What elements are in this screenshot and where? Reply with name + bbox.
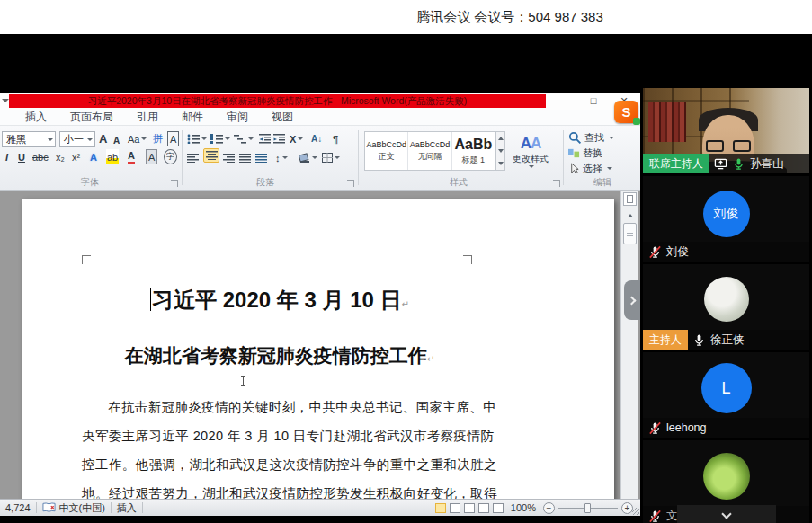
quick-access-overflow-icon[interactable] — [2, 99, 9, 102]
style-gallery-more-icon[interactable] — [498, 162, 504, 165]
character-border-button[interactable]: A — [167, 131, 179, 146]
word-count[interactable]: 4,724 — [5, 502, 31, 513]
font-name-combo[interactable]: 雅黑 — [2, 131, 56, 147]
avatar: L — [701, 363, 752, 413]
participant-tile[interactable]: 文涛 — [643, 440, 809, 523]
participant-tile[interactable]: 主持人 徐正侠 — [643, 264, 809, 350]
numbering-button[interactable] — [210, 131, 230, 146]
doc-body-line[interactable]: 控工作。他强调，湖北和武汉是这次疫情防控斗争的重中之重和决胜之 — [82, 457, 477, 474]
language-indicator[interactable]: 中文(中国) — [59, 501, 105, 515]
sogou-ime-icon[interactable]: S — [614, 101, 638, 123]
tab-page-layout[interactable]: 页面布局 — [70, 110, 113, 125]
character-shading-button[interactable]: A — [146, 149, 157, 164]
align-left-button[interactable] — [187, 150, 199, 165]
scroll-up-icon[interactable] — [623, 210, 637, 221]
italic-button[interactable]: I — [5, 149, 8, 164]
underline-button[interactable]: U — [18, 149, 25, 164]
grow-font-button[interactable]: A — [99, 131, 107, 146]
word-title-bar: 习近平2020年3月10日在湖北省考察新冠肺炎疫情防控工作 - Microsof… — [0, 93, 640, 110]
view-web-layout-icon[interactable] — [464, 503, 475, 513]
doc-body-line[interactable]: 在抗击新冠肺炎疫情的关键时刻，中共中央总书记、国家主席、中 — [82, 399, 477, 416]
shading-button[interactable] — [299, 150, 317, 165]
font-size-combo[interactable]: 小一 — [59, 131, 95, 147]
browse-object-button[interactable] — [623, 192, 637, 206]
change-styles-icon: AA — [521, 137, 541, 151]
tab-view[interactable]: 视图 — [272, 110, 293, 125]
show-marks-button[interactable]: ¶ — [333, 131, 338, 146]
shrink-font-button[interactable]: A — [113, 133, 120, 148]
doc-body-line[interactable]: 地。经过艰苦努力，湖北和武汉疫情防控形势发生积极向好变化，取得 — [82, 485, 477, 499]
maximize-button[interactable]: □ — [584, 93, 602, 108]
strikethrough-button[interactable]: abc — [32, 149, 49, 164]
tab-mailings[interactable]: 邮件 — [182, 110, 203, 125]
align-center-button[interactable] — [203, 148, 219, 163]
zoom-slider[interactable] — [558, 502, 618, 514]
zoom-slider-thumb[interactable] — [584, 503, 591, 513]
tab-insert[interactable]: 插入 — [25, 110, 47, 125]
style-scroll-down-icon[interactable] — [498, 149, 504, 153]
participant-tile[interactable]: L leehong — [643, 352, 809, 438]
style-normal[interactable]: AaBbCcDd 正文 — [365, 132, 408, 170]
align-right-button[interactable] — [223, 150, 235, 165]
document-area: 习近平 2020 年 3 月 10 日↵ 在湖北省考察新冠肺炎疫情防控工作↵ 在… — [0, 191, 640, 499]
replace-button[interactable]: 替换 — [568, 146, 602, 160]
text-effects-button[interactable]: A — [90, 149, 97, 164]
line-spacing-button[interactable]: ↕ — [275, 150, 288, 165]
proofing-icon[interactable] — [42, 502, 56, 513]
phonetic-guide-button[interactable]: 拼 — [153, 131, 163, 146]
avatar — [703, 453, 750, 500]
insert-mode-indicator[interactable]: 插入 — [117, 501, 137, 515]
view-draft-icon[interactable] — [493, 503, 504, 513]
style-heading1[interactable]: AaBb 标题 1 — [452, 132, 495, 170]
font-dialog-launcher[interactable] — [171, 180, 178, 187]
zoom-level[interactable]: 100% — [511, 502, 536, 513]
mic-muted-icon — [648, 421, 662, 435]
participant-name-bar: leehong — [643, 418, 809, 438]
document-page[interactable]: 习近平 2020 年 3 月 10 日↵ 在湖北省考察新冠肺炎疫情防控工作↵ 在… — [22, 199, 614, 499]
find-button[interactable]: 查找 — [568, 130, 614, 145]
collapse-panel-button[interactable] — [677, 505, 776, 523]
doc-body-line[interactable]: 央军委主席习近平 2020 年 3 月 10 日专门赴湖北省武汉市考察疫情防 — [82, 428, 477, 445]
borders-button[interactable] — [322, 150, 340, 165]
window-title-highlight: 习近平2020年3月10日在湖北省考察新冠肺炎疫情防控工作 - Microsof… — [9, 94, 546, 108]
text-boundary-mark — [82, 255, 91, 264]
sidebar-collapse-handle[interactable] — [624, 280, 640, 320]
styles-dialog-launcher[interactable] — [553, 180, 560, 187]
multilevel-list-button[interactable] — [234, 131, 254, 146]
select-button[interactable]: 选择 — [568, 161, 612, 175]
distribute-button[interactable] — [255, 150, 267, 165]
window-title: 习近平2020年3月10日在湖北省考察新冠肺炎疫情防控工作 - Microsof… — [88, 95, 468, 108]
zoom-out-button[interactable]: − — [543, 502, 555, 514]
change-styles-button[interactable]: AA 更改样式 — [509, 129, 552, 174]
scrollbar-thumb[interactable] — [623, 223, 637, 244]
tab-review[interactable]: 审阅 — [227, 110, 248, 125]
decrease-indent-button[interactable] — [259, 131, 271, 146]
change-case-button[interactable]: Aa — [128, 131, 147, 146]
superscript-button[interactable]: x² — [72, 149, 80, 164]
increase-indent-button[interactable] — [273, 131, 285, 146]
doc-heading-2[interactable]: 在湖北省考察新冠肺炎疫情防控工作↵ — [82, 343, 477, 368]
tab-references[interactable]: 引用 — [137, 110, 158, 125]
participant-name: 徐正侠 — [710, 332, 745, 348]
justify-button[interactable] — [239, 150, 251, 165]
view-fullscreen-icon[interactable] — [450, 503, 460, 513]
highlight-color-button[interactable]: ab — [106, 149, 119, 164]
screen: 腾讯会议 会议号：504 987 383 习近平2020年3月10日在湖北省考察… — [0, 0, 812, 523]
doc-heading-1[interactable]: 习近平 2020 年 3 月 10 日↵ — [82, 286, 477, 315]
view-outline-icon[interactable] — [478, 503, 489, 513]
minimize-button[interactable]: – — [556, 93, 574, 108]
font-color-button[interactable]: A — [128, 149, 135, 164]
style-gallery-scroll[interactable] — [495, 131, 505, 171]
paragraph-dialog-launcher[interactable] — [347, 180, 354, 187]
sort-button[interactable]: A↓ — [311, 131, 322, 146]
bullets-button[interactable] — [187, 131, 207, 146]
asian-layout-button[interactable]: X — [290, 131, 303, 146]
enclose-characters-button[interactable]: 字 — [164, 149, 177, 164]
subscript-button[interactable]: x₂ — [56, 149, 65, 164]
vertical-scrollbar[interactable] — [620, 191, 638, 499]
view-print-layout-icon[interactable] — [435, 503, 446, 513]
style-scroll-up-icon[interactable] — [498, 137, 504, 140]
participant-tile[interactable]: 刘俊 刘俊 — [643, 176, 809, 262]
style-no-spacing[interactable]: AaBbCcDd 无间隔 — [408, 132, 451, 170]
participant-tile[interactable]: 联席主持人 孙喜山 — [643, 88, 809, 173]
